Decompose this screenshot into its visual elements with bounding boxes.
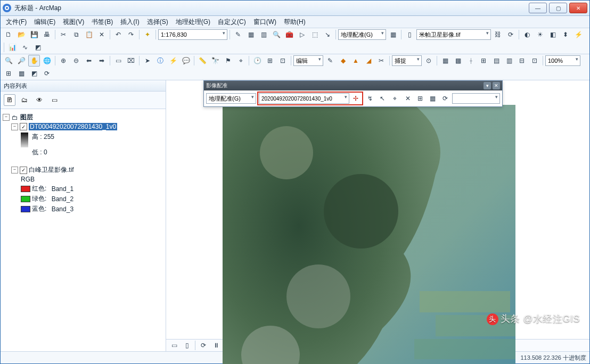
swipe-icon[interactable]: ⬍: [560, 29, 571, 40]
prev-extent-icon[interactable]: ⬅: [83, 55, 95, 67]
rotation-input[interactable]: [452, 93, 500, 104]
copy-icon[interactable]: ⧉: [70, 29, 82, 40]
zoom-to-link-icon[interactable]: ⌖: [389, 93, 401, 104]
toc-tab-selection-icon[interactable]: ▭: [48, 94, 60, 106]
menu-windows[interactable]: 窗口(W): [250, 16, 280, 28]
toc-tree[interactable]: − 🗀 图层 − ✓ DT000492020072801430_1v0 高 : …: [1, 109, 166, 351]
data-view-tab-icon[interactable]: ▭: [168, 340, 180, 351]
toolbox-icon[interactable]: 🧰: [283, 29, 295, 40]
cut-poly-icon[interactable]: ◢: [363, 55, 374, 67]
scale-combo[interactable]: 1:176,830: [158, 29, 227, 40]
arrow-icon[interactable]: ↘: [322, 29, 333, 40]
floatbar-options-icon[interactable]: ▾: [484, 82, 491, 89]
select-link-icon[interactable]: ↖: [377, 93, 389, 104]
rotate-tool-icon[interactable]: ⟳: [439, 93, 451, 104]
full-extent-icon[interactable]: 🌐: [41, 55, 53, 67]
hyperlink-icon[interactable]: ⚡: [167, 55, 179, 67]
add-control-points-icon[interactable]: ✢: [350, 93, 362, 104]
link-table-icon[interactable]: ▦: [427, 93, 439, 104]
refresh-view-icon[interactable]: ⟳: [198, 340, 209, 351]
pointer-icon[interactable]: ➤: [142, 55, 153, 67]
redo-icon[interactable]: ↷: [125, 29, 137, 40]
menu-selection[interactable]: 选择(S): [144, 16, 171, 28]
map-canvas[interactable]: 影像配准 ▾ ✕ 地理配准(G) 20200492020072801430_1v…: [166, 80, 589, 339]
snap-combo[interactable]: 捕捉: [392, 55, 422, 66]
menu-help[interactable]: 帮助(H): [281, 16, 309, 28]
html-popup-icon[interactable]: 💬: [180, 55, 192, 67]
measure-icon[interactable]: 📏: [196, 55, 208, 67]
ruler-icon[interactable]: ⟊: [465, 55, 477, 67]
layer-name[interactable]: 白峰卫星影像.tif: [29, 166, 74, 175]
viewer-window-icon[interactable]: ⊞: [414, 93, 426, 104]
collapse-icon[interactable]: −: [11, 123, 18, 130]
flicker-icon[interactable]: ⚡: [572, 29, 584, 40]
open-icon[interactable]: 📂: [15, 29, 27, 40]
georef-menu[interactable]: 地理配准(G): [338, 29, 386, 40]
collapse-icon[interactable]: −: [3, 114, 10, 121]
python-icon[interactable]: ▷: [296, 29, 308, 40]
go-to-xy-icon[interactable]: ⌖: [235, 55, 247, 67]
stretch-icon[interactable]: ∿: [19, 42, 31, 53]
target-layer-combo[interactable]: 20200492020072801430_1v0: [259, 93, 349, 104]
model-builder-icon[interactable]: ⬚: [309, 29, 321, 40]
delete-link-icon[interactable]: ✕: [402, 93, 414, 104]
layout-zoom-icon[interactable]: ⊞: [3, 68, 14, 79]
dist-icon[interactable]: ▥: [503, 55, 515, 67]
maximize-button[interactable]: ▢: [549, 3, 567, 13]
floatbar-close-icon[interactable]: ✕: [493, 82, 500, 89]
zoom-out-icon[interactable]: 🔎: [15, 55, 27, 67]
close-button[interactable]: ✕: [569, 3, 587, 13]
layer-name-selected[interactable]: DT000492020072801430_1v0: [29, 123, 117, 130]
select-icon[interactable]: ▭: [112, 55, 124, 67]
toc-tab-source-icon[interactable]: 🗂: [19, 94, 30, 106]
contrast-icon[interactable]: ◐: [521, 29, 533, 40]
identify-icon[interactable]: ⓘ: [154, 55, 166, 67]
table-icon[interactable]: ▦: [245, 29, 257, 40]
pan-icon[interactable]: ✋: [28, 55, 40, 67]
save-icon[interactable]: 💾: [28, 29, 40, 40]
minimize-button[interactable]: —: [529, 3, 547, 13]
find-route-icon[interactable]: ⚑: [222, 55, 234, 67]
time-slider-icon[interactable]: 🕑: [251, 55, 263, 67]
edit-tool-icon[interactable]: ✎: [324, 55, 336, 67]
print-icon[interactable]: 🖶: [41, 29, 53, 40]
cut-icon[interactable]: ✂: [58, 29, 69, 40]
layout-toggle-icon[interactable]: ◩: [28, 68, 40, 79]
snap-point-icon[interactable]: ⊙: [423, 55, 435, 67]
collapse-icon[interactable]: −: [11, 167, 18, 173]
zoom-pct-combo[interactable]: 100%: [545, 55, 580, 66]
auto-adjust-icon[interactable]: ↯: [364, 93, 376, 104]
layers-root-label[interactable]: 图层: [20, 113, 33, 122]
clear-selection-icon[interactable]: ⌧: [125, 55, 137, 67]
layout-view-tab-icon[interactable]: ▯: [181, 340, 193, 351]
guides-icon[interactable]: ⊞: [478, 55, 489, 67]
fixed-zoom-out-icon[interactable]: ⊖: [70, 55, 82, 67]
paste-icon[interactable]: 📋: [83, 29, 95, 40]
zoom-in-icon[interactable]: 🔍: [3, 55, 14, 67]
georef-floating-toolbar[interactable]: 影像配准 ▾ ✕ 地理配准(G) 20200492020072801430_1v…: [203, 80, 503, 107]
toc-tab-drawing-order-icon[interactable]: 🖹: [4, 94, 15, 106]
menu-bookmarks[interactable]: 书签(B): [88, 16, 116, 28]
rotate-icon[interactable]: ⟳: [505, 29, 517, 40]
edit-vertices-icon[interactable]: ◆: [337, 55, 349, 67]
layout-grid-icon[interactable]: ▦: [15, 68, 27, 79]
menu-insert[interactable]: 插入(I): [117, 16, 142, 28]
menu-customize[interactable]: 自定义(C): [215, 16, 249, 28]
new-icon[interactable]: 🗋: [3, 29, 14, 40]
dra-icon[interactable]: ◩: [32, 42, 44, 53]
link-icon[interactable]: ⛓: [492, 29, 504, 40]
pause-drawing-icon[interactable]: ⏸: [210, 340, 222, 351]
brightness-icon[interactable]: ☀: [534, 29, 546, 40]
menu-file[interactable]: 文件(F): [3, 16, 30, 28]
menu-geoprocessing[interactable]: 地理处理(G): [173, 16, 214, 28]
floatbar-header[interactable]: 影像配准 ▾ ✕: [204, 81, 502, 90]
georef-tool-icon[interactable]: ▦: [387, 29, 399, 40]
toc-tab-visibility-icon[interactable]: 👁: [34, 94, 45, 106]
viewer-window-icon[interactable]: ⊞: [264, 55, 276, 67]
group-icon[interactable]: ⊟: [516, 55, 528, 67]
menu-edit[interactable]: 编辑(E): [31, 16, 59, 28]
fixed-zoom-in-icon[interactable]: ⊕: [58, 55, 69, 67]
delete-icon[interactable]: ✕: [96, 29, 108, 40]
add-data-icon[interactable]: ✦: [142, 29, 153, 40]
magnifier-icon[interactable]: ⊡: [277, 55, 289, 67]
